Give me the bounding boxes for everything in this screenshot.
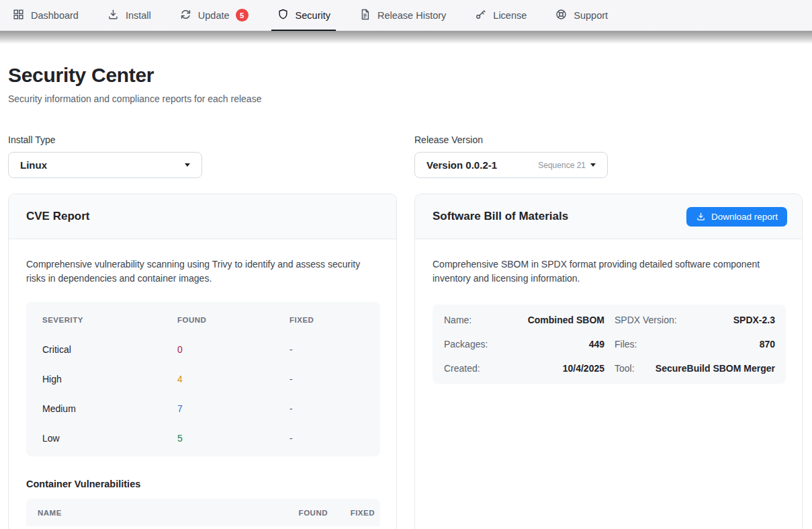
download-report-button[interactable]: Download report — [686, 207, 787, 227]
sbom-card: Software Bill of Materials Download repo… — [414, 194, 803, 529]
nav-item-label: Support — [574, 10, 608, 21]
cve-card-header: CVE Report — [9, 194, 396, 239]
table-row: Low 5 - — [26, 423, 380, 453]
security-center-page: Security Center Security information and… — [0, 64, 812, 529]
found-count: 4 — [177, 374, 289, 384]
sbom-detail-spdx-version: SPDX Version: SPDX-2.3 — [615, 308, 775, 332]
severity-label: Critical — [42, 344, 177, 355]
container-vulnerabilities-header: NAME FOUND FIXED — [26, 499, 380, 526]
download-report-label: Download report — [711, 212, 778, 222]
severity-table-header: SEVERITY FOUND FIXED — [26, 305, 380, 335]
sbom-detail-created: Created: 10/4/2025 — [444, 356, 604, 380]
nav-item-license[interactable]: License — [469, 0, 532, 30]
found-count: 5 — [177, 433, 289, 444]
filters-row: Install Type Linux Release Version Versi… — [8, 134, 803, 178]
found-count: 7 — [177, 403, 289, 414]
detail-label: Packages: — [444, 339, 488, 350]
chevron-down-icon — [185, 163, 190, 167]
nav-item-update[interactable]: Update 5 — [174, 0, 254, 30]
severity-label: Low — [42, 433, 177, 444]
release-version-label: Release Version — [414, 134, 803, 145]
found-count: 0 — [177, 344, 289, 355]
document-icon — [359, 8, 371, 23]
table-row: Medium 7 - — [26, 394, 380, 423]
nav-item-install[interactable]: Install — [101, 0, 156, 30]
detail-label: Tool: — [615, 363, 635, 374]
shield-icon — [277, 8, 289, 23]
release-version-filter: Release Version Version 0.0.2-1 Sequence… — [414, 134, 803, 178]
column-header: FIXED — [289, 316, 380, 324]
fixed-count: - — [289, 374, 380, 384]
table-row: Critical 0 - — [26, 335, 380, 364]
detail-label: Files: — [615, 339, 637, 350]
update-count-badge: 5 — [236, 9, 249, 22]
sbom-card-header: Software Bill of Materials Download repo… — [415, 194, 802, 239]
chevron-down-icon — [590, 163, 596, 167]
cve-card-body: Comprehensive vulnerability scanning usi… — [9, 239, 396, 529]
install-type-select[interactable]: Linux — [8, 152, 202, 178]
download-icon — [696, 212, 706, 222]
dashboard-grid-icon — [12, 8, 25, 23]
install-type-value: Linux — [20, 159, 47, 171]
cve-report-card: CVE Report Comprehensive vulnerability s… — [8, 194, 397, 529]
column-header: FOUND — [177, 316, 289, 324]
cve-card-title: CVE Report — [26, 210, 89, 223]
detail-label: Name: — [444, 315, 471, 325]
column-header: SEVERITY — [42, 316, 177, 324]
nav-item-support[interactable]: Support — [549, 0, 613, 30]
container-vulnerabilities-title: Container Vulnerabilities — [26, 479, 380, 489]
scroll-shadow — [0, 31, 812, 44]
nav-item-dashboard[interactable]: Dashboard — [7, 0, 84, 30]
nav-item-label: License — [493, 10, 527, 21]
cve-description: Comprehensive vulnerability scanning usi… — [26, 257, 380, 286]
column-header: NAME — [38, 509, 277, 517]
sbom-detail-tool: Tool: SecureBuild SBOM Merger — [615, 356, 775, 380]
detail-label: Created: — [444, 363, 480, 374]
detail-value: 449 — [589, 339, 604, 350]
table-row: High 4 - — [26, 364, 380, 394]
nav-item-label: Security — [296, 10, 330, 21]
column-header: FOUND — [277, 509, 328, 517]
release-version-select[interactable]: Version 0.0.2-1 Sequence 21 — [414, 152, 608, 178]
severity-label: Medium — [42, 403, 177, 414]
sbom-card-body: Comprehensive SBOM in SPDX format provid… — [415, 239, 802, 400]
nav-item-label: Update — [198, 10, 230, 21]
page-subtitle: Security information and compliance repo… — [8, 93, 803, 104]
sbom-detail-files: Files: 870 — [615, 332, 775, 356]
severity-table: SEVERITY FOUND FIXED Critical 0 - High 4… — [26, 302, 380, 456]
release-sequence-label: Sequence 21 — [538, 161, 586, 170]
sbom-detail-name: Name: Combined SBOM — [444, 308, 604, 332]
detail-value: 10/4/2025 — [563, 363, 604, 374]
top-navigation: Dashboard Install Update 5 Security — [0, 0, 812, 31]
detail-value: 870 — [760, 339, 775, 350]
nav-item-label: Install — [126, 10, 151, 21]
detail-value: SPDX-2.3 — [733, 315, 775, 325]
fixed-count: - — [289, 403, 380, 414]
page-title: Security Center — [8, 64, 803, 87]
refresh-icon — [179, 8, 192, 23]
download-icon — [107, 8, 120, 23]
sbom-details: Name: Combined SBOM SPDX Version: SPDX-2… — [433, 304, 786, 384]
lifebuoy-icon — [555, 8, 568, 23]
report-cards: CVE Report Comprehensive vulnerability s… — [8, 194, 803, 529]
nav-item-security[interactable]: Security — [271, 0, 336, 30]
install-type-filter: Install Type Linux — [8, 134, 397, 178]
nav-item-label: Release History — [377, 10, 446, 21]
key-icon — [474, 8, 487, 23]
nav-item-label: Dashboard — [31, 10, 79, 21]
nav-item-release-history[interactable]: Release History — [353, 0, 451, 30]
detail-label: SPDX Version: — [615, 315, 677, 325]
sbom-description: Comprehensive SBOM in SPDX format provid… — [433, 257, 786, 286]
detail-value: SecureBuild SBOM Merger — [656, 363, 775, 374]
sbom-card-title: Software Bill of Materials — [433, 210, 568, 223]
fixed-count: - — [289, 433, 380, 444]
detail-value: Combined SBOM — [528, 315, 604, 325]
column-header: FIXED — [328, 509, 375, 517]
fixed-count: - — [289, 344, 380, 355]
sbom-detail-packages: Packages: 449 — [444, 332, 604, 356]
install-type-label: Install Type — [8, 134, 397, 145]
release-version-value: Version 0.0.2-1 — [426, 159, 497, 171]
severity-label: High — [42, 374, 177, 384]
